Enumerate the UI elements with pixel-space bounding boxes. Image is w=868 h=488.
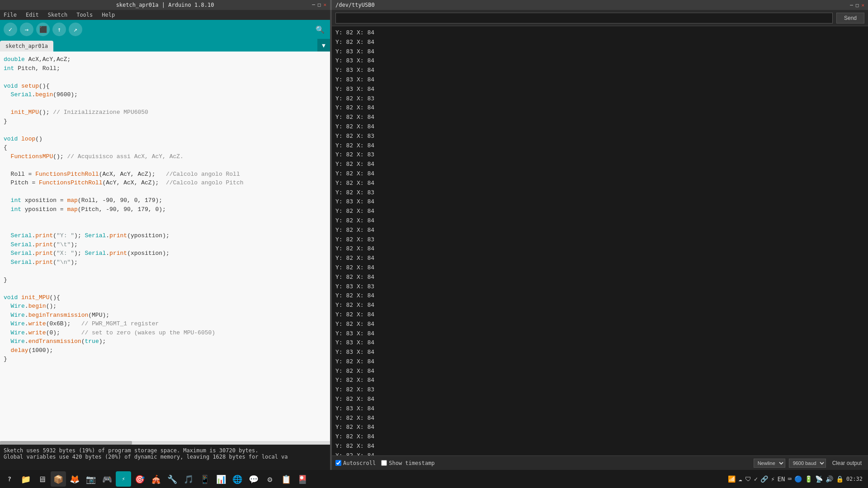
upload-button[interactable]: → xyxy=(20,23,33,36)
serial-panel: Send Y: 82 X: 84Y: 82 X: 84Y: 83 X: 84Y:… xyxy=(332,10,868,470)
taskbar-arduino-icon[interactable]: ⚡ xyxy=(116,471,131,487)
serial-output-line: Y: 82 X: 83 xyxy=(335,235,864,244)
serial-input[interactable] xyxy=(335,13,833,23)
sys-icon-sound: 🔊 xyxy=(826,475,833,483)
show-timestamp-checkbox[interactable] xyxy=(381,460,387,466)
clear-output-button[interactable]: Clear output xyxy=(830,459,864,467)
arduino-titlebar: sketch_apr01a | Arduino 1.8.10 ─ □ ✕ xyxy=(0,0,330,10)
sys-icon-keyboard: ⌨ xyxy=(788,475,791,483)
search-button[interactable]: 🔍 xyxy=(314,23,326,36)
taskbar-files-icon[interactable]: 📁 xyxy=(18,471,33,487)
taskbar-game-icon[interactable]: 🎮 xyxy=(99,471,115,487)
taskbar-photos-icon[interactable]: 📷 xyxy=(83,471,99,487)
send-button[interactable]: Send xyxy=(836,13,864,23)
serial-input-bar: Send xyxy=(332,10,868,26)
maximize-button[interactable]: □ xyxy=(318,2,321,8)
serial-maximize-button[interactable]: □ xyxy=(856,2,859,8)
taskbar-app2-icon[interactable]: 🎪 xyxy=(148,471,164,487)
serial-output-line: Y: 83 X: 84 xyxy=(335,347,864,357)
serial-close-button[interactable]: ✕ xyxy=(861,2,864,8)
taskbar-phone-icon[interactable]: 📱 xyxy=(197,471,212,487)
taskbar-terminal-icon[interactable]: 🖥 xyxy=(34,471,50,487)
arduino-title-text: sketch_apr01a | Arduino 1.8.10 xyxy=(116,2,214,8)
open-button[interactable]: ↗ xyxy=(69,23,82,36)
serial-bottom-bar: Autoscroll Show timestamp Newline 9600 b… xyxy=(332,455,868,470)
serial-output-line: Y: 82 X: 84 xyxy=(335,394,864,404)
serial-output-line: Y: 82 X: 84 xyxy=(335,366,864,376)
code-editor[interactable]: double AcX,AcY,AcZ; int Pitch, Roll; voi… xyxy=(0,52,330,441)
taskbar-package-icon[interactable]: 📦 xyxy=(51,471,66,487)
close-button[interactable]: ✕ xyxy=(323,2,326,8)
serial-output-line: Y: 82 X: 84 xyxy=(335,253,864,263)
minimize-button[interactable]: ─ xyxy=(312,2,315,8)
serial-output-line: Y: 82 X: 84 xyxy=(335,300,864,310)
taskbar-app1-icon[interactable]: 🎯 xyxy=(132,471,147,487)
autoscroll-label[interactable]: Autoscroll xyxy=(335,460,376,466)
sketch-tab[interactable]: sketch_apr01a xyxy=(0,41,53,52)
autoscroll-checkbox[interactable] xyxy=(335,460,341,466)
taskbar-settings-icon[interactable]: ⚙ xyxy=(262,471,278,487)
clock: 02:32 xyxy=(846,476,863,482)
serial-output-line: Y: 82 X: 84 xyxy=(335,103,864,113)
baud-select[interactable]: 9600 baud xyxy=(789,459,826,468)
taskbar-clipboard-icon[interactable]: 📋 xyxy=(278,471,294,487)
serial-output-line: Y: 82 X: 84 xyxy=(335,38,864,47)
menu-sketch[interactable]: Sketch xyxy=(46,11,69,19)
taskbar: ? 📁 🖥 📦 🦊 📷 🎮 ⚡ 🎯 🎪 🔧 🎵 📱 📊 🌐 💬 ⚙ 📋 🎴 📶 … xyxy=(0,470,868,488)
taskbar-cards-icon[interactable]: 🎴 xyxy=(295,471,310,487)
serial-window-controls[interactable]: ─ □ ✕ xyxy=(850,2,864,8)
new-button[interactable]: ↑ xyxy=(52,23,66,36)
arduino-panel: File Edit Sketch Tools Help ✓ → ⬛ ↑ ↗ 🔍 … xyxy=(0,10,330,488)
serial-output-line: Y: 82 X: 84 xyxy=(335,206,864,216)
debug-button[interactable]: ⬛ xyxy=(36,23,50,36)
scrollbar-area xyxy=(0,441,330,445)
serial-output-line: Y: 83 X: 84 xyxy=(335,66,864,75)
serial-minimize-button[interactable]: ─ xyxy=(850,2,853,8)
taskbar-firefox-icon[interactable]: 🦊 xyxy=(67,471,82,487)
taskbar-music-icon[interactable]: 🎵 xyxy=(181,471,196,487)
serial-output-line: Y: 83 X: 84 xyxy=(335,47,864,56)
taskbar-app3-icon[interactable]: 🔧 xyxy=(165,471,180,487)
taskbar-chat-icon[interactable]: 💬 xyxy=(246,471,261,487)
menu-help[interactable]: Help xyxy=(100,11,117,19)
serial-options: Newline 9600 baud Clear output xyxy=(754,459,864,468)
output-text: Sketch uses 5932 bytes (19%) of program … xyxy=(4,447,326,460)
serial-output-line: Y: 82 X: 83 xyxy=(335,188,864,197)
sys-icon-network: 📶 xyxy=(728,475,736,483)
serial-title-text: /dev/ttyUSB0 xyxy=(335,2,375,8)
taskbar-browser-icon[interactable]: 🌐 xyxy=(230,471,245,487)
serial-output-line: Y: 82 X: 83 xyxy=(335,94,864,103)
serial-output-line: Y: 83 X: 84 xyxy=(335,84,864,94)
serial-output-line: Y: 82 X: 84 xyxy=(335,113,864,122)
serial-output-line: Y: 82 X: 84 xyxy=(335,169,864,178)
autoscroll-text: Autoscroll xyxy=(343,460,376,466)
serial-output-line: Y: 83 X: 84 xyxy=(335,75,864,84)
newline-select[interactable]: Newline xyxy=(754,459,785,468)
serial-output-line: Y: 83 X: 83 xyxy=(335,282,864,291)
menu-tools[interactable]: Tools xyxy=(75,11,94,19)
serial-output-line: Y: 82 X: 84 xyxy=(335,291,864,300)
serial-output-line: Y: 82 X: 84 xyxy=(335,244,864,253)
show-timestamp-label[interactable]: Show timestamp xyxy=(381,460,434,466)
menu-file[interactable]: File xyxy=(2,11,19,19)
serial-output-line: Y: 82 X: 84 xyxy=(335,319,864,329)
serial-output-line: Y: 82 X: 84 xyxy=(335,141,864,150)
tab-dropdown-btn[interactable]: ▼ xyxy=(317,39,330,52)
serial-output-line: Y: 82 X: 84 xyxy=(335,272,864,282)
tab-bar: sketch_apr01a ▼ xyxy=(0,39,330,52)
serial-output-line: Y: 83 X: 84 xyxy=(335,197,864,206)
code-content: double AcX,AcY,AcZ; int Pitch, Roll; voi… xyxy=(4,55,326,364)
serial-output-line: Y: 82 X: 84 xyxy=(335,375,864,385)
serial-output-line: Y: 82 X: 84 xyxy=(335,28,864,38)
taskbar-help-icon[interactable]: ? xyxy=(2,471,17,487)
verify-button[interactable]: ✓ xyxy=(4,23,17,36)
menu-edit[interactable]: Edit xyxy=(24,11,41,19)
serial-output-line: Y: 82 X: 83 xyxy=(335,150,864,160)
serial-output-line: Y: 82 X: 84 xyxy=(335,441,864,451)
tab-label: sketch_apr01a xyxy=(5,43,48,49)
taskbar-chart-icon[interactable]: 📊 xyxy=(213,471,229,487)
sys-icon-wifi: 📡 xyxy=(815,475,823,483)
serial-output-line: Y: 82 X: 84 xyxy=(335,122,864,131)
arduino-window-controls[interactable]: ─ □ ✕ xyxy=(312,2,326,8)
scrollbar-thumb[interactable] xyxy=(0,441,132,445)
